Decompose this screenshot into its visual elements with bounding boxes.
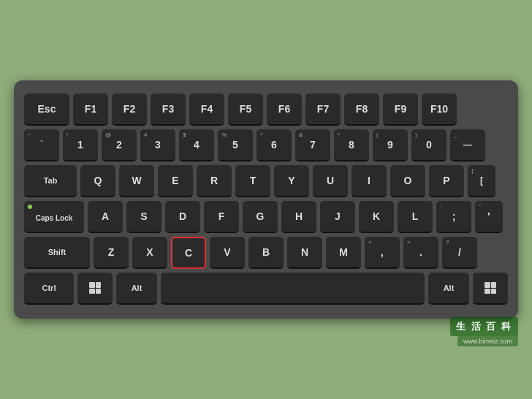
key-n[interactable]: N bbox=[287, 237, 322, 269]
key-6[interactable]: ^6 bbox=[256, 129, 292, 162]
key-f3[interactable]: F3 bbox=[151, 94, 186, 126]
key-4[interactable]: $4 bbox=[179, 129, 214, 162]
caps-row: Caps Lock A S D F G H J K L :; "' bbox=[24, 201, 508, 233]
key-f9[interactable]: F9 bbox=[383, 94, 418, 126]
key-f[interactable]: F bbox=[204, 201, 239, 233]
key-win-left[interactable] bbox=[77, 273, 113, 305]
key-slash[interactable]: ?/ bbox=[442, 237, 477, 269]
key-caps-lock[interactable]: Caps Lock bbox=[24, 201, 84, 233]
key-c[interactable]: C bbox=[171, 237, 206, 269]
key-j[interactable]: J bbox=[320, 201, 355, 233]
key-5[interactable]: %5 bbox=[218, 129, 253, 162]
key-h[interactable]: H bbox=[281, 201, 316, 233]
key-a[interactable]: A bbox=[88, 201, 123, 233]
key-f1[interactable]: F1 bbox=[73, 94, 108, 126]
key-f2[interactable]: F2 bbox=[112, 94, 147, 126]
windows-icon-right bbox=[484, 282, 496, 294]
shift-row: Shift Z X C V B N M <, >. ?/ bbox=[24, 237, 508, 269]
keyboard: Esc F1 F2 F3 F4 F5 F6 F7 F8 F9 F10 ~` !1… bbox=[14, 80, 518, 319]
function-row: Esc F1 F2 F3 F4 F5 F6 F7 F8 F9 F10 bbox=[24, 94, 508, 126]
key-f10[interactable]: F10 bbox=[422, 94, 457, 126]
key-x[interactable]: X bbox=[132, 237, 167, 269]
key-m[interactable]: M bbox=[326, 237, 361, 269]
key-alt-left[interactable]: Alt bbox=[116, 273, 157, 305]
key-f7[interactable]: F7 bbox=[305, 94, 341, 126]
key-space[interactable] bbox=[161, 273, 425, 305]
key-y[interactable]: Y bbox=[274, 165, 309, 197]
key-esc[interactable]: Esc bbox=[24, 94, 69, 126]
key-minus[interactable]: _— bbox=[450, 129, 485, 162]
key-r[interactable]: R bbox=[197, 165, 232, 197]
key-9[interactable]: (9 bbox=[373, 129, 408, 162]
key-d[interactable]: D bbox=[165, 201, 200, 233]
key-7[interactable]: &7 bbox=[295, 129, 330, 162]
key-f4[interactable]: F4 bbox=[189, 94, 224, 126]
key-quote[interactable]: "' bbox=[475, 201, 503, 233]
key-v[interactable]: V bbox=[210, 237, 245, 269]
qwerty-row: Tab Q W E R T Y U I O P {[ bbox=[24, 165, 508, 197]
key-tab[interactable]: Tab bbox=[24, 165, 77, 197]
key-alt-right[interactable]: Alt bbox=[428, 273, 469, 305]
caps-indicator bbox=[28, 205, 32, 209]
key-g[interactable]: G bbox=[243, 201, 278, 233]
watermark-text: 生 活 百 科 bbox=[450, 317, 518, 336]
key-w[interactable]: W bbox=[119, 165, 154, 197]
key-f8[interactable]: F8 bbox=[344, 94, 379, 126]
key-f6[interactable]: F6 bbox=[267, 94, 302, 126]
key-q[interactable]: Q bbox=[80, 165, 115, 197]
watermark-url: www.bimeiz.com bbox=[457, 336, 518, 346]
key-comma[interactable]: <, bbox=[365, 237, 400, 269]
key-shift-left[interactable]: Shift bbox=[24, 237, 90, 269]
bottom-row: Ctrl Alt Alt bbox=[24, 273, 508, 305]
key-win-right[interactable] bbox=[473, 273, 508, 305]
key-o[interactable]: O bbox=[390, 165, 425, 197]
key-backtick[interactable]: ~` bbox=[24, 129, 59, 162]
key-3[interactable]: #3 bbox=[140, 129, 175, 162]
key-8[interactable]: *8 bbox=[334, 129, 369, 162]
key-1[interactable]: !1 bbox=[63, 129, 98, 162]
key-period[interactable]: >. bbox=[403, 237, 438, 269]
key-0[interactable]: )0 bbox=[411, 129, 446, 162]
key-ctrl-left[interactable]: Ctrl bbox=[24, 273, 74, 305]
key-p[interactable]: P bbox=[429, 165, 464, 197]
key-b[interactable]: B bbox=[248, 237, 284, 269]
number-row: ~` !1 @2 #3 $4 %5 ^6 &7 *8 (9 )0 _— bbox=[24, 129, 508, 162]
key-i[interactable]: I bbox=[352, 165, 387, 197]
key-k[interactable]: K bbox=[359, 201, 394, 233]
key-u[interactable]: U bbox=[313, 165, 348, 197]
key-semicolon[interactable]: :; bbox=[436, 201, 471, 233]
key-2[interactable]: @2 bbox=[102, 129, 137, 162]
key-e[interactable]: E bbox=[158, 165, 193, 197]
key-l[interactable]: L bbox=[398, 201, 433, 233]
page-wrapper: Esc F1 F2 F3 F4 F5 F6 F7 F8 F9 F10 ~` !1… bbox=[14, 80, 518, 319]
windows-icon bbox=[89, 282, 101, 294]
key-bracket-left[interactable]: {[ bbox=[468, 165, 495, 197]
key-z[interactable]: Z bbox=[94, 237, 129, 269]
key-s[interactable]: S bbox=[126, 201, 162, 233]
key-f5[interactable]: F5 bbox=[228, 94, 263, 126]
key-t[interactable]: T bbox=[235, 165, 270, 197]
